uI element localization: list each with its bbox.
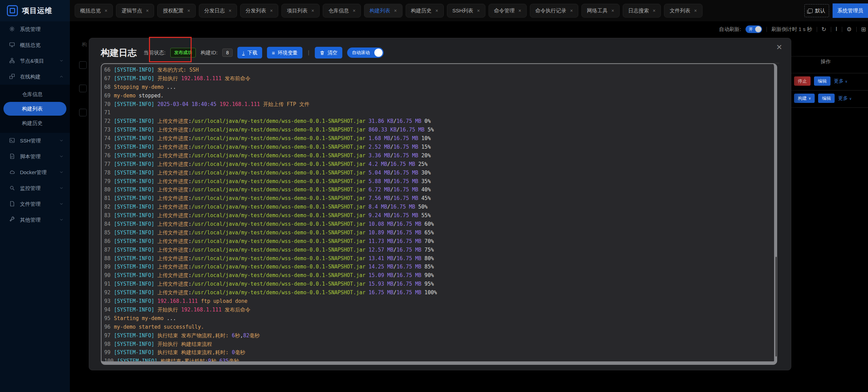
tab-授权配置[interactable]: 授权配置× — [157, 4, 195, 18]
tab-概括总览[interactable]: 概括总览× — [75, 4, 113, 18]
background-partial-text: 构 — [82, 41, 87, 48]
terminal-icon — [9, 137, 15, 145]
status-badge: 发布成功 — [170, 48, 196, 57]
sidebar-item-脚本管理[interactable]: 脚本管理 — [0, 149, 70, 165]
stop-button[interactable]: 停止 — [794, 76, 811, 86]
clear-label: 清空 — [328, 50, 337, 56]
close-icon[interactable]: × — [776, 42, 782, 52]
tab-项目列表[interactable]: 项目列表× — [281, 4, 320, 18]
log-line-number: 68 — [104, 84, 110, 90]
table-divider — [791, 90, 868, 91]
clear-button[interactable]: 清空 — [315, 47, 342, 59]
more-dropdown[interactable]: 更多 ∨ — [834, 78, 847, 84]
sidebar-item-概括总览[interactable]: 概括总览 — [0, 37, 70, 53]
sidebar-subitem-构建列表[interactable]: 构建列表 — [3, 102, 66, 116]
sidebar: 项目运维 系统管理概括总览节点&项目在线构建仓库信息构建列表构建历史SSH管理脚… — [0, 0, 70, 392]
tab-网络工具[interactable]: 网络工具× — [581, 4, 620, 18]
log-segment: 执行结束 构建结束流程,耗时: — [154, 349, 232, 356]
tab-close-icon[interactable]: × — [105, 8, 107, 13]
row-checkbox[interactable] — [79, 85, 87, 92]
tab-构建历史[interactable]: 构建历史× — [406, 4, 444, 18]
tab-逻辑节点[interactable]: 逻辑节点× — [116, 4, 154, 18]
settings-gear-icon[interactable]: ⚙ — [847, 26, 852, 33]
script-icon — [9, 153, 15, 160]
more-label: 更多 — [834, 78, 844, 84]
tab-日志搜索[interactable]: 日志搜索× — [623, 4, 661, 18]
log-segment: 上传文件进度 — [154, 195, 188, 201]
tab-close-icon[interactable]: × — [570, 8, 573, 13]
tab-SSH列表[interactable]: SSH列表× — [447, 4, 485, 18]
log-segment: : — [189, 238, 192, 244]
log-segment: : — [189, 221, 192, 227]
tab-close-icon[interactable]: × — [270, 8, 273, 13]
sidebar-item-节点&项目[interactable]: 节点&项目 — [0, 53, 70, 69]
env-vars-button[interactable]: ≡ 环境变量 — [267, 47, 302, 59]
tab-close-icon[interactable]: × — [146, 8, 149, 13]
tab-close-icon[interactable]: × — [611, 8, 614, 13]
tab-文件列表[interactable]: 文件列表× — [664, 4, 702, 18]
table-divider — [791, 56, 868, 56]
auto-scroll-toggle[interactable]: 自动滚动 — [347, 47, 384, 58]
log-line: 81[SYSTEM-INFO] 上传文件进度:/usr/local/java/m… — [104, 195, 774, 204]
refresh-icon[interactable]: ↻ — [822, 26, 826, 33]
sidebar-item-Docker管理[interactable]: Docker管理 — [0, 165, 70, 180]
build-log-console[interactable]: 66[SYSTEM-INFO] 发布的方式: SSH67[SYSTEM-INFO… — [101, 63, 777, 365]
tab-分发日志[interactable]: 分发日志× — [199, 4, 237, 18]
log-segment: stopped. — [136, 93, 163, 99]
sidebar-item-SSH管理[interactable]: SSH管理 — [0, 133, 70, 149]
log-segment: 6 — [232, 332, 235, 339]
tab-close-icon[interactable]: × — [653, 8, 655, 13]
tab-close-icon[interactable]: × — [394, 8, 397, 13]
log-segment: 35% — [418, 178, 431, 184]
log-segment: : — [189, 127, 192, 133]
log-segment: : — [189, 204, 192, 210]
tab-close-icon[interactable]: × — [353, 8, 355, 13]
text-cursor-icon[interactable]: I — [836, 26, 837, 33]
log-line: 66[SYSTEM-INFO] 发布的方式: SSH — [104, 67, 774, 75]
layout-icon[interactable]: ⊞ — [861, 26, 866, 33]
tab-命令管理[interactable]: 命令管理× — [489, 4, 527, 18]
sidebar-subitem-构建历史[interactable]: 构建历史 — [0, 116, 70, 131]
sidebar-item-在线构建[interactable]: 在线构建 — [0, 69, 70, 85]
row-checkbox[interactable] — [79, 109, 87, 116]
log-segment: 16.75 MB — [394, 135, 418, 141]
edit-button[interactable]: 编辑 — [814, 76, 831, 86]
auto-refresh-toggle[interactable]: 开 — [746, 25, 762, 33]
sidebar-item-监控管理[interactable]: 监控管理 — [0, 180, 70, 196]
tab-命令执行记录[interactable]: 命令执行记录× — [530, 4, 578, 18]
tab-仓库信息[interactable]: 仓库信息× — [323, 4, 361, 18]
log-segment: Starting my-demo — [114, 315, 167, 321]
tab-构建列表[interactable]: 构建列表× — [364, 4, 402, 18]
tab-分发列表[interactable]: 分发列表× — [240, 4, 278, 18]
admin-user-label: 系统管理员 — [837, 8, 863, 14]
tab-close-icon[interactable]: × — [518, 8, 521, 13]
admin-user-button[interactable]: 系统管理员 — [833, 3, 868, 18]
row-checkbox[interactable] — [79, 61, 87, 69]
log-segment: /usr/local/java/my-test/demo/wss-demo-0.… — [192, 178, 366, 184]
workspace-default-button[interactable]: 默认 — [804, 4, 829, 17]
build-dropdown-button[interactable]: 构建 ∨ — [794, 94, 815, 103]
sidebar-subitem-仓库信息[interactable]: 仓库信息 — [0, 87, 70, 102]
log-segment: /usr/local/java/my-test/demo/wss-demo-0.… — [192, 238, 366, 244]
tab-close-icon[interactable]: × — [311, 8, 314, 13]
tab-close-icon[interactable]: × — [229, 8, 232, 13]
tab-close-icon[interactable]: × — [694, 8, 697, 13]
tab-close-icon[interactable]: × — [436, 8, 438, 13]
log-segment: 5.04 MB — [365, 170, 390, 176]
sidebar-item-其他管理[interactable]: 其他管理 — [0, 212, 70, 228]
log-segment: /usr/local/java/my-test/demo/wss-demo-0.… — [192, 135, 366, 141]
log-line-number: 99 — [104, 349, 110, 356]
log-segment: 70% — [421, 238, 434, 244]
log-segment: 6.72 MB — [365, 187, 390, 193]
log-segment: /usr/local/java/my-test/demo/wss-demo-0.… — [192, 161, 366, 167]
vertical-scrollbar-thumb[interactable] — [775, 257, 777, 357]
edit-button[interactable]: 编辑 — [818, 94, 835, 103]
tab-close-icon[interactable]: × — [187, 8, 190, 13]
log-line: 87[SYSTEM-INFO] 上传文件进度:/usr/local/java/m… — [104, 247, 774, 255]
download-button[interactable]: ↓ 下载 — [237, 47, 262, 59]
sidebar-item-系统管理[interactable]: 系统管理 — [0, 21, 70, 37]
more-dropdown[interactable]: 更多 ∨ — [838, 95, 851, 102]
log-segment: 25% — [415, 161, 428, 167]
sidebar-item-文件管理[interactable]: 文件管理 — [0, 196, 70, 212]
tab-close-icon[interactable]: × — [477, 8, 480, 13]
